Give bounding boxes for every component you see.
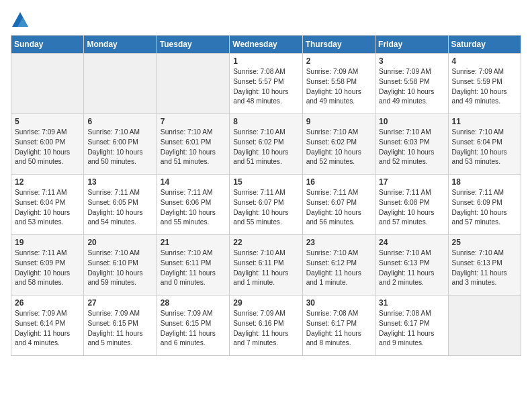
logo-icon (11, 11, 30, 30)
day-info: Sunrise: 7:10 AM Sunset: 6:12 PM Dayligh… (306, 248, 371, 288)
calendar-cell: 15Sunrise: 7:11 AM Sunset: 6:07 PM Dayli… (230, 175, 302, 235)
day-info: Sunrise: 7:09 AM Sunset: 6:00 PM Dayligh… (15, 128, 80, 167)
day-info: Sunrise: 7:10 AM Sunset: 6:00 PM Dayligh… (87, 128, 152, 167)
day-info: Sunrise: 7:10 AM Sunset: 6:13 PM Dayligh… (452, 248, 517, 288)
day-info: Sunrise: 7:09 AM Sunset: 5:59 PM Dayligh… (452, 67, 517, 107)
day-info: Sunrise: 7:10 AM Sunset: 6:03 PM Dayligh… (379, 128, 444, 167)
calendar-week-row: 19Sunrise: 7:11 AM Sunset: 6:09 PM Dayli… (11, 235, 521, 295)
day-info: Sunrise: 7:10 AM Sunset: 6:10 PM Dayligh… (87, 248, 152, 288)
calendar-cell: 3Sunrise: 7:09 AM Sunset: 5:58 PM Daylig… (375, 54, 448, 114)
calendar-cell: 30Sunrise: 7:08 AM Sunset: 6:17 PM Dayli… (302, 295, 375, 356)
day-info: Sunrise: 7:10 AM Sunset: 6:02 PM Dayligh… (306, 128, 371, 167)
day-number: 13 (87, 177, 152, 187)
calendar-cell (11, 54, 84, 114)
day-header-saturday: Saturday (448, 36, 521, 54)
day-info: Sunrise: 7:11 AM Sunset: 6:07 PM Dayligh… (306, 188, 371, 228)
calendar-cell: 21Sunrise: 7:10 AM Sunset: 6:11 PM Dayli… (157, 235, 229, 295)
day-number: 19 (15, 238, 80, 247)
day-header-thursday: Thursday (302, 36, 375, 54)
calendar-cell: 18Sunrise: 7:11 AM Sunset: 6:09 PM Dayli… (448, 175, 521, 235)
calendar-cell: 29Sunrise: 7:09 AM Sunset: 6:16 PM Dayli… (230, 295, 302, 356)
calendar-header-row: SundayMondayTuesdayWednesdayThursdayFrid… (11, 36, 521, 54)
calendar-cell: 11Sunrise: 7:10 AM Sunset: 6:04 PM Dayli… (448, 114, 521, 175)
day-number: 8 (233, 117, 298, 126)
calendar-cell: 28Sunrise: 7:09 AM Sunset: 6:15 PM Dayli… (157, 295, 229, 356)
calendar-cell: 17Sunrise: 7:11 AM Sunset: 6:08 PM Dayli… (375, 175, 448, 235)
calendar-cell: 14Sunrise: 7:11 AM Sunset: 6:06 PM Dayli… (157, 175, 229, 235)
day-header-wednesday: Wednesday (230, 36, 302, 54)
day-number: 16 (306, 177, 371, 187)
day-header-sunday: Sunday (11, 36, 84, 54)
day-number: 17 (379, 177, 444, 187)
day-info: Sunrise: 7:10 AM Sunset: 6:02 PM Dayligh… (233, 128, 298, 167)
day-number: 15 (233, 177, 298, 187)
calendar-cell: 26Sunrise: 7:09 AM Sunset: 6:14 PM Dayli… (11, 295, 84, 356)
calendar-cell: 7Sunrise: 7:10 AM Sunset: 6:01 PM Daylig… (157, 114, 229, 175)
day-number: 22 (233, 238, 298, 247)
calendar-cell: 6Sunrise: 7:10 AM Sunset: 6:00 PM Daylig… (84, 114, 157, 175)
day-info: Sunrise: 7:10 AM Sunset: 6:13 PM Dayligh… (379, 248, 444, 288)
day-info: Sunrise: 7:11 AM Sunset: 6:08 PM Dayligh… (379, 188, 444, 228)
day-header-monday: Monday (84, 36, 157, 54)
day-number: 20 (87, 238, 152, 247)
calendar-cell: 5Sunrise: 7:09 AM Sunset: 6:00 PM Daylig… (11, 114, 84, 175)
day-number: 2 (306, 56, 371, 66)
calendar-cell: 16Sunrise: 7:11 AM Sunset: 6:07 PM Dayli… (302, 175, 375, 235)
calendar-cell (448, 295, 521, 356)
day-number: 21 (161, 238, 226, 247)
logo (11, 11, 32, 30)
day-info: Sunrise: 7:10 AM Sunset: 6:04 PM Dayligh… (452, 128, 517, 167)
calendar-week-row: 1Sunrise: 7:08 AM Sunset: 5:57 PM Daylig… (11, 54, 521, 114)
calendar-cell: 19Sunrise: 7:11 AM Sunset: 6:09 PM Dayli… (11, 235, 84, 295)
calendar-cell: 12Sunrise: 7:11 AM Sunset: 6:04 PM Dayli… (11, 175, 84, 235)
calendar-cell: 23Sunrise: 7:10 AM Sunset: 6:12 PM Dayli… (302, 235, 375, 295)
calendar-week-row: 5Sunrise: 7:09 AM Sunset: 6:00 PM Daylig… (11, 114, 521, 175)
calendar-cell (157, 54, 229, 114)
page-header (11, 11, 521, 30)
calendar-cell: 20Sunrise: 7:10 AM Sunset: 6:10 PM Dayli… (84, 235, 157, 295)
day-info: Sunrise: 7:09 AM Sunset: 5:58 PM Dayligh… (306, 67, 371, 107)
day-header-friday: Friday (375, 36, 448, 54)
calendar-week-row: 26Sunrise: 7:09 AM Sunset: 6:14 PM Dayli… (11, 295, 521, 356)
calendar-cell: 13Sunrise: 7:11 AM Sunset: 6:05 PM Dayli… (84, 175, 157, 235)
day-info: Sunrise: 7:11 AM Sunset: 6:09 PM Dayligh… (452, 188, 517, 228)
day-number: 5 (15, 117, 80, 126)
day-number: 11 (452, 117, 517, 126)
day-number: 18 (452, 177, 517, 187)
day-info: Sunrise: 7:09 AM Sunset: 5:58 PM Dayligh… (379, 67, 444, 107)
day-info: Sunrise: 7:11 AM Sunset: 6:05 PM Dayligh… (87, 188, 152, 228)
day-number: 7 (161, 117, 226, 126)
day-number: 24 (379, 238, 444, 247)
calendar-cell: 10Sunrise: 7:10 AM Sunset: 6:03 PM Dayli… (375, 114, 448, 175)
calendar-week-row: 12Sunrise: 7:11 AM Sunset: 6:04 PM Dayli… (11, 175, 521, 235)
day-info: Sunrise: 7:10 AM Sunset: 6:01 PM Dayligh… (161, 128, 226, 167)
day-info: Sunrise: 7:11 AM Sunset: 6:09 PM Dayligh… (15, 248, 80, 288)
day-number: 23 (306, 238, 371, 247)
day-number: 26 (15, 298, 80, 308)
day-number: 3 (379, 56, 444, 66)
day-header-tuesday: Tuesday (157, 36, 229, 54)
calendar-cell: 9Sunrise: 7:10 AM Sunset: 6:02 PM Daylig… (302, 114, 375, 175)
calendar-cell: 27Sunrise: 7:09 AM Sunset: 6:15 PM Dayli… (84, 295, 157, 356)
calendar-cell: 25Sunrise: 7:10 AM Sunset: 6:13 PM Dayli… (448, 235, 521, 295)
day-info: Sunrise: 7:08 AM Sunset: 6:17 PM Dayligh… (306, 309, 371, 349)
calendar-table: SundayMondayTuesdayWednesdayThursdayFrid… (11, 35, 521, 356)
day-info: Sunrise: 7:09 AM Sunset: 6:15 PM Dayligh… (87, 309, 152, 349)
day-number: 1 (233, 56, 298, 66)
calendar-cell: 2Sunrise: 7:09 AM Sunset: 5:58 PM Daylig… (302, 54, 375, 114)
calendar-cell: 22Sunrise: 7:10 AM Sunset: 6:11 PM Dayli… (230, 235, 302, 295)
day-number: 27 (87, 298, 152, 308)
day-info: Sunrise: 7:10 AM Sunset: 6:11 PM Dayligh… (233, 248, 298, 288)
calendar-cell: 24Sunrise: 7:10 AM Sunset: 6:13 PM Dayli… (375, 235, 448, 295)
day-info: Sunrise: 7:11 AM Sunset: 6:04 PM Dayligh… (15, 188, 80, 228)
day-info: Sunrise: 7:09 AM Sunset: 6:16 PM Dayligh… (233, 309, 298, 349)
day-info: Sunrise: 7:10 AM Sunset: 6:11 PM Dayligh… (161, 248, 226, 288)
day-number: 4 (452, 56, 517, 66)
day-info: Sunrise: 7:08 AM Sunset: 5:57 PM Dayligh… (233, 67, 298, 107)
day-info: Sunrise: 7:09 AM Sunset: 6:14 PM Dayligh… (15, 309, 80, 349)
day-number: 28 (161, 298, 226, 308)
day-number: 6 (87, 117, 152, 126)
day-number: 30 (306, 298, 371, 308)
day-number: 25 (452, 238, 517, 247)
day-number: 9 (306, 117, 371, 126)
